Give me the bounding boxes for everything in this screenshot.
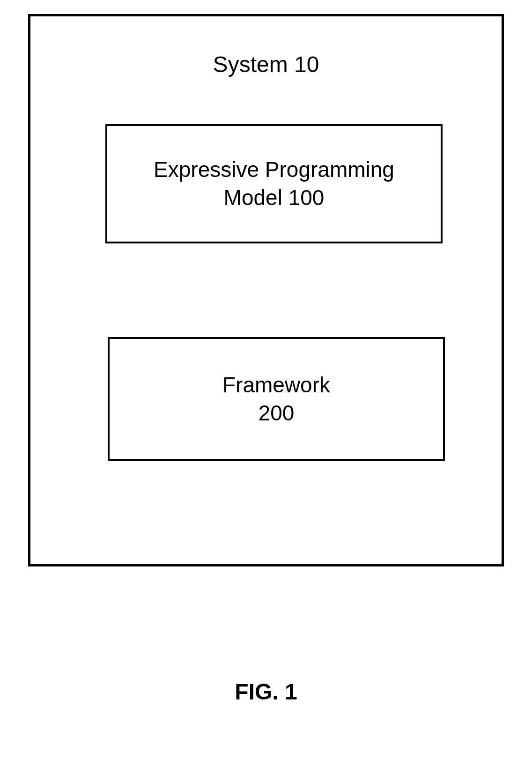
expressive-programming-model-box: Expressive Programming Model 100 [105,124,443,243]
box2-text: Framework 200 [222,371,330,427]
box2-line2: 200 [259,401,295,425]
box1-line2: Model 100 [224,185,325,210]
system-title: System 10 [30,51,502,77]
box2-line1: Framework [222,373,330,397]
system-outer-box: System 10 Expressive Programming Model 1… [28,14,504,566]
box1-text: Expressive Programming Model 100 [154,156,394,212]
box1-line1: Expressive Programming [154,157,394,182]
figure-label: FIG. 1 [0,679,532,705]
framework-box: Framework 200 [108,337,445,461]
